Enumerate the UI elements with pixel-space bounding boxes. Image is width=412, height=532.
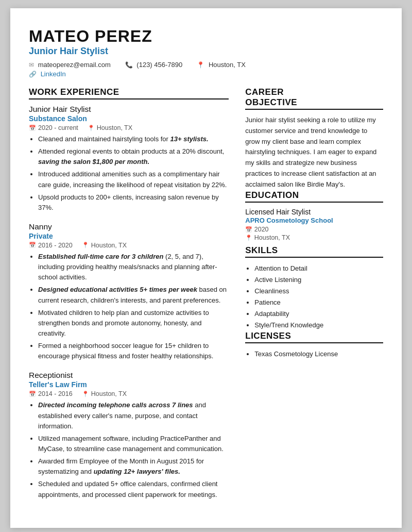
skills-section: SKILLS Attention to Detail Active Listen…	[245, 245, 383, 331]
phone-icon: 📞	[125, 61, 133, 69]
phone-contact: 📞 (123) 456-7890	[125, 61, 183, 69]
job-bullets-2: Directed incoming telephone calls across…	[38, 400, 229, 500]
job-dates-0: 📅 2020 - current	[29, 124, 78, 131]
calendar-icon-0: 📅	[29, 125, 36, 131]
edu-meta-0: 📅 2020 📍 Houston, TX	[245, 226, 383, 241]
bullet-1-3: Formed a neighborhood soccer league for …	[38, 341, 229, 361]
resume-header: MATEO PEREZ Junior Hair Stylist ✉ mateop…	[29, 27, 383, 78]
licenses-list: Texas Cosmetology License	[254, 348, 383, 360]
candidate-name: MATEO PEREZ	[29, 27, 383, 46]
bullet-0-3: Upsold products to 200+ clients, increas…	[38, 192, 229, 213]
pin-icon-0: 📍	[88, 125, 95, 131]
bullet-2-3: Scheduled and updated 5+ office calendar…	[38, 479, 229, 500]
pin-edu-icon: 📍	[245, 235, 252, 241]
edu-year-0: 📅 2020	[245, 226, 383, 233]
emphasis-1-0: Established full-time care for 3 childre…	[38, 253, 163, 260]
job-entry-1: Nanny Private 📅 2016 - 2020 📍 Houston, T…	[29, 222, 229, 361]
pin-icon-2: 📍	[82, 391, 89, 397]
location-icon: 📍	[197, 61, 204, 69]
job-title-2: Receptionist	[29, 371, 229, 380]
job-dates-2: 📅 2014 - 2016	[29, 390, 73, 397]
edu-school-0: APRO Cosmetology School	[245, 217, 383, 224]
email-contact: ✉ mateoperez@email.com	[29, 61, 111, 69]
job-location-0: 📍 Houston, TX	[88, 124, 132, 131]
job-meta-2: 📅 2014 - 2016 📍 Houston, TX	[29, 390, 229, 397]
calendar-edu-icon: 📅	[245, 226, 252, 232]
job-bullets-1: Established full-time care for 3 childre…	[38, 252, 229, 361]
job-entry-0: Junior Hair Stylist Substance Salon 📅 20…	[29, 105, 229, 213]
bullet-0-2: Introduced additional amenities such as …	[38, 169, 229, 190]
contact-row: ✉ mateoperez@email.com 📞 (123) 456-7890 …	[29, 61, 383, 69]
skill-5: Style/Trend Knowledge	[254, 320, 383, 331]
work-experience-heading: WORK EXPERIENCE	[29, 87, 229, 99]
resume-document: MATEO PEREZ Junior Hair Stylist ✉ mateop…	[10, 8, 402, 528]
job-location-1: 📍 Houston, TX	[82, 242, 127, 249]
job-bullets-0: Cleaned and maintained hairstyling tools…	[38, 134, 229, 213]
left-column: WORK EXPERIENCE Junior Hair Stylist Subs…	[29, 87, 229, 509]
skill-4: Adaptability	[254, 308, 383, 320]
skill-1: Active Listening	[254, 274, 383, 286]
job-company-1: Private	[29, 232, 229, 240]
bullet-2-1: Utilized management software, including …	[38, 434, 229, 454]
emphasis-0-1: saving the salon $1,800 per month.	[38, 158, 149, 165]
education-section: EDUCATION Licensed Hair Stylist APRO Cos…	[245, 190, 383, 241]
job-meta-0: 📅 2020 - current 📍 Houston, TX	[29, 124, 229, 131]
skill-3: Patience	[254, 297, 383, 308]
linkedin-contact: 🔗 LinkedIn	[29, 70, 66, 78]
bullet-0-1: Attended regional events to obtain produ…	[38, 146, 229, 167]
job-location-2: 📍 Houston, TX	[82, 390, 127, 397]
right-column: CAREEROBJECTIVE Junior hair stylist seek…	[245, 87, 383, 509]
license-0: Texas Cosmetology License	[254, 348, 383, 360]
job-dates-1: 📅 2016 - 2020	[29, 242, 73, 249]
career-objective-section: CAREEROBJECTIVE Junior hair stylist seek…	[245, 87, 383, 190]
job-title-1: Nanny	[29, 222, 229, 231]
bullet-1-1: Designed educational activities 5+ times…	[38, 285, 229, 305]
edu-entry-0: Licensed Hair Stylist APRO Cosmetology S…	[245, 208, 383, 241]
bullet-1-2: Motivated children to help plan and cust…	[38, 308, 229, 339]
job-company-0: Substance Salon	[29, 114, 229, 123]
career-objective-heading: CAREEROBJECTIVE	[245, 87, 383, 110]
linkedin-link[interactable]: LinkedIn	[41, 70, 66, 78]
linkedin-row: 🔗 LinkedIn	[29, 70, 383, 78]
job-company-2: Teller's Law Firm	[29, 380, 229, 389]
emphasis-0-0: 13+ stylists.	[170, 135, 209, 143]
bullet-1-0: Established full-time care for 3 childre…	[38, 252, 229, 282]
skill-0: Attention to Detail	[254, 263, 383, 274]
pin-icon-1: 📍	[82, 242, 89, 248]
skills-heading: SKILLS	[245, 245, 383, 258]
education-heading: EDUCATION	[245, 190, 383, 203]
email-icon: ✉	[29, 61, 34, 69]
career-objective-text: Junior hair stylist seeking a role to ut…	[245, 115, 383, 190]
bullet-0-0: Cleaned and maintained hairstyling tools…	[38, 134, 229, 144]
emphasis-2-0: Directed incoming telephone calls across…	[38, 401, 193, 409]
emphasis-2-2: updating 12+ lawyers' files.	[94, 468, 180, 475]
calendar-icon-2: 📅	[29, 391, 36, 397]
job-title-0: Junior Hair Stylist	[29, 105, 229, 114]
edu-degree-0: Licensed Hair Stylist	[245, 208, 383, 216]
job-entry-2: Receptionist Teller's Law Firm 📅 2014 - …	[29, 371, 229, 500]
job-meta-1: 📅 2016 - 2020 📍 Houston, TX	[29, 242, 229, 249]
skill-2: Cleanliness	[254, 286, 383, 297]
licenses-heading: LICENSES	[245, 331, 383, 343]
main-layout: WORK EXPERIENCE Junior Hair Stylist Subs…	[29, 87, 383, 509]
edu-location-0: 📍 Houston, TX	[245, 234, 383, 241]
licenses-section: LICENSES Texas Cosmetology License	[245, 331, 383, 360]
location-contact: 📍 Houston, TX	[197, 61, 246, 69]
candidate-title: Junior Hair Stylist	[29, 46, 383, 57]
emphasis-1-1: Designed educational activities 5+ times…	[38, 286, 197, 293]
calendar-icon-1: 📅	[29, 242, 36, 248]
skills-list: Attention to Detail Active Listening Cle…	[254, 263, 383, 331]
linkedin-icon: 🔗	[29, 71, 37, 78]
bullet-2-2: Awarded firm Employee of the Month in Au…	[38, 456, 229, 477]
bullet-2-0: Directed incoming telephone calls across…	[38, 400, 229, 431]
